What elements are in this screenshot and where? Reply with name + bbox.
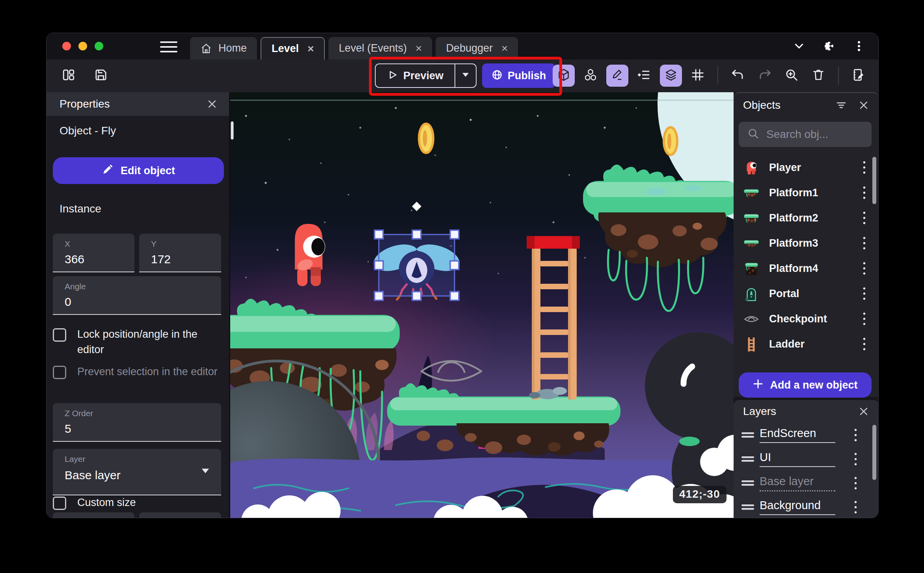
object-row-checkpoint[interactable]: Checkpoint xyxy=(734,306,872,331)
save-icon xyxy=(94,68,108,83)
edit-object-button[interactable]: Edit object xyxy=(53,157,224,184)
trash-button[interactable] xyxy=(807,65,829,87)
tab-bar: Home Level × Level (Events) × Debugger × xyxy=(47,33,878,60)
lock-position-checkbox-row[interactable]: Lock position/angle in the editor xyxy=(53,327,218,357)
tab-home[interactable]: Home xyxy=(190,37,257,60)
kebab-menu-icon[interactable] xyxy=(853,476,858,491)
close-window-button[interactable] xyxy=(62,42,71,50)
object-row-platform3[interactable]: Platform3 xyxy=(734,231,872,256)
object-row-portal[interactable]: Portal xyxy=(734,281,872,306)
drag-handle-icon[interactable] xyxy=(741,502,755,512)
traffic-lights xyxy=(62,42,103,50)
undo-icon xyxy=(731,68,745,83)
layers-stack-icon xyxy=(664,68,678,83)
kebab-menu-icon[interactable] xyxy=(853,428,858,443)
object-row-platform4[interactable]: Platform4 xyxy=(734,256,872,281)
kebab-menu-icon[interactable] xyxy=(862,236,867,251)
close-tab-icon[interactable]: × xyxy=(305,43,314,55)
kebab-menu-icon[interactable] xyxy=(853,452,858,467)
fly-sprite[interactable] xyxy=(371,234,463,300)
toolbar: Preview Publish xyxy=(47,60,878,92)
close-icon[interactable] xyxy=(857,405,870,418)
kebab-menu-icon[interactable] xyxy=(862,185,867,200)
trash-icon xyxy=(812,68,825,83)
scene-edit-button[interactable] xyxy=(848,65,870,87)
drag-handle-icon[interactable] xyxy=(741,430,755,440)
coin-sprite[interactable] xyxy=(664,127,677,155)
more-icon[interactable] xyxy=(851,39,866,54)
redo-button[interactable] xyxy=(754,65,776,87)
layer-row-endscreen[interactable]: EndScreen xyxy=(734,423,872,447)
kebab-menu-icon[interactable] xyxy=(862,261,867,276)
object-row-platform1[interactable]: Platform1 xyxy=(734,180,872,205)
layers-scrollbar[interactable] xyxy=(872,425,876,480)
custom-size-checkbox-row[interactable]: Custom size xyxy=(53,495,136,510)
layer-select[interactable]: Layer Base layer xyxy=(53,449,221,495)
preview-options-caret[interactable] xyxy=(455,64,476,87)
tab-level-events-[interactable]: Level (Events) × xyxy=(328,37,432,60)
tab-level[interactable]: Level × xyxy=(261,37,325,60)
kebab-menu-icon[interactable] xyxy=(862,286,867,301)
object-search-input[interactable] xyxy=(766,128,863,141)
layers-stack-button[interactable] xyxy=(660,65,682,87)
prevent-selection-checkbox-row[interactable]: Prevent selection in the editor xyxy=(53,364,218,380)
toolbar-separator xyxy=(838,67,839,85)
object-row-platform2[interactable]: Platform2 xyxy=(734,205,872,231)
layer-row-base-layer[interactable]: Base layer xyxy=(734,471,872,495)
add-object-button[interactable]: Add a new object xyxy=(739,372,872,398)
filter-icon[interactable] xyxy=(834,98,848,112)
objects-cubes-button[interactable] xyxy=(579,65,602,87)
ladder-icon xyxy=(743,336,760,352)
instances-list-button[interactable] xyxy=(633,65,655,87)
scene-canvas[interactable]: 412;-30 xyxy=(230,92,734,518)
close-icon[interactable] xyxy=(205,97,219,111)
object-search xyxy=(739,122,872,147)
close-tab-icon[interactable]: × xyxy=(413,42,422,55)
y-field-input[interactable] xyxy=(151,253,211,266)
screen: Home Level × Level (Events) × Debugger ×… xyxy=(0,0,924,573)
custom-size-checkbox[interactable] xyxy=(53,497,66,510)
grid-button[interactable] xyxy=(687,65,709,87)
objects-scrollbar[interactable] xyxy=(872,157,876,204)
chevron-down-icon[interactable] xyxy=(792,39,807,54)
kebab-menu-icon[interactable] xyxy=(862,311,867,326)
kebab-menu-icon[interactable] xyxy=(862,210,867,225)
drag-handle-icon[interactable] xyxy=(741,454,755,464)
object-row-ladder[interactable]: Ladder xyxy=(734,331,872,357)
prevent-selection-checkbox[interactable] xyxy=(53,366,66,379)
minimize-window-button[interactable] xyxy=(78,42,87,50)
canvas-top-scrollbar[interactable] xyxy=(230,100,734,101)
layer-row-ui[interactable]: UI xyxy=(734,447,872,471)
close-icon[interactable] xyxy=(857,99,870,112)
x-field-input[interactable] xyxy=(65,253,124,266)
coin-sprite[interactable] xyxy=(419,124,433,153)
publish-button[interactable]: Publish xyxy=(482,63,555,88)
kebab-menu-icon[interactable] xyxy=(853,500,858,515)
save-button[interactable] xyxy=(90,65,112,87)
canvas-left-scrollbar[interactable] xyxy=(231,121,234,140)
menu-icon[interactable] xyxy=(160,40,177,54)
publish-label: Publish xyxy=(508,70,546,82)
close-tab-icon[interactable]: × xyxy=(499,42,508,55)
zoom-in-icon xyxy=(785,68,798,83)
panels-button[interactable] xyxy=(58,65,80,87)
kebab-menu-icon[interactable] xyxy=(862,337,867,352)
lock-position-checkbox[interactable] xyxy=(53,328,66,342)
width-field-stub xyxy=(53,512,134,518)
view-3d-button[interactable] xyxy=(553,65,575,87)
x-field: X xyxy=(53,234,134,272)
edit-pencil-button[interactable] xyxy=(606,65,628,87)
angle-field-input[interactable] xyxy=(65,295,197,309)
preview-button[interactable]: Preview xyxy=(376,64,455,87)
tab-debugger[interactable]: Debugger × xyxy=(436,37,518,60)
object-row-player[interactable]: Player xyxy=(734,155,872,180)
extensions-icon[interactable] xyxy=(822,39,836,54)
platform-ground-icon xyxy=(743,260,760,277)
zorder-field-input[interactable] xyxy=(65,422,197,435)
undo-button[interactable] xyxy=(727,65,749,87)
layer-row-background[interactable]: Background xyxy=(734,495,872,518)
kebab-menu-icon[interactable] xyxy=(862,160,867,175)
maximize-window-button[interactable] xyxy=(95,42,103,50)
zoom-in-button[interactable] xyxy=(781,65,803,87)
drag-handle-icon[interactable] xyxy=(741,478,755,488)
